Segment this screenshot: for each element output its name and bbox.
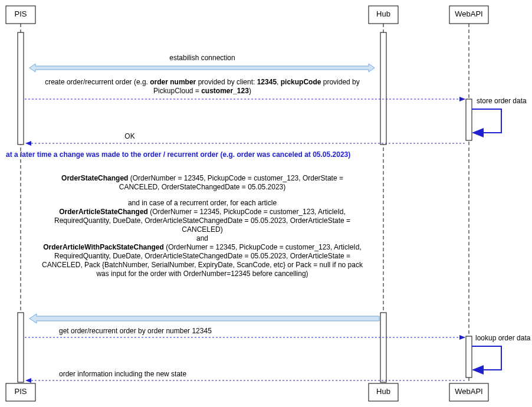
activation-pis-1 (18, 32, 24, 145)
participant-hub-top: Hub (369, 6, 398, 24)
participant-label: Hub (376, 387, 390, 396)
activation-pis-2 (18, 313, 24, 382)
participant-label: PIS (15, 9, 27, 18)
participant-pis-bottom: PIS (6, 383, 35, 401)
participant-label: Hub (376, 9, 390, 18)
activation-hub-1 (380, 32, 386, 145)
msg-label: order information including the new stat… (59, 370, 186, 378)
osc-line1: OrderStateChanged (OrderNumber = 12345, … (61, 174, 343, 182)
and-recurrent: and in case of a recurrent order, for ea… (128, 199, 277, 207)
msg-ok: OK (26, 132, 465, 143)
msg-lookup-order-data: lookup order data (472, 334, 531, 370)
msg-label-line2: PickupCloud = customer_123) (153, 87, 251, 95)
oawpsc-line4: was input for the order with OrderNumber… (96, 270, 308, 278)
oasc-line2: RequiredQuantity, DueDate, OrderArticleS… (54, 216, 350, 225)
activation-webapi-1 (466, 99, 472, 140)
participant-hub-bottom: Hub (369, 383, 398, 401)
msg-state-changed-block: OrderStateChanged (OrderNumber = 12345, … (29, 174, 379, 323)
activation-webapi-2 (466, 336, 472, 378)
sequence-diagram: PIS Hub WebAPI estabilish connection cre… (0, 0, 532, 407)
msg-label: get order/recurrent order by order numbe… (59, 327, 212, 335)
activation-hub-2 (380, 313, 386, 382)
msg-establish-connection: estabilish connection (29, 54, 375, 72)
oasc-line1: OrderArticleStateChanged (OrderNumer = 1… (59, 208, 346, 216)
note-change: at a later time a change was made to the… (6, 150, 350, 159)
participant-label: WebAPI (455, 387, 482, 396)
msg-label: store order data (477, 97, 527, 105)
participant-label: PIS (15, 387, 27, 396)
oasc-line3: CANCELED) (182, 225, 222, 234)
msg-label: OK (124, 132, 134, 140)
oawpsc-line1: OrderArticleWithPackStateChanged (OrderN… (43, 243, 361, 251)
participant-webapi-bottom: WebAPI (449, 383, 488, 401)
msg-get-order: get order/recurrent order by order numbe… (25, 327, 465, 337)
msg-store-order-data: store order data (472, 97, 527, 133)
msg-label: lookup order data (475, 334, 531, 342)
and: and (196, 234, 208, 242)
msg-order-info: order information including the new stat… (26, 370, 465, 380)
oawpsc-line2: RequiredQuantity, DueDate, OrderArticleS… (54, 252, 350, 260)
oawpsc-line3: CANCELED, Pack {BatchNumber, SerialNumbe… (42, 261, 363, 269)
participant-webapi-top: WebAPI (449, 6, 488, 24)
participant-pis-top: PIS (6, 6, 35, 24)
osc-line2: CANCELED, OrderStateChangedDate = 05.05.… (119, 183, 286, 191)
msg-create-order: create order/recurrent order (e.g. order… (25, 78, 465, 99)
participant-label: WebAPI (455, 9, 482, 18)
msg-label-line1: create order/recurrent order (e.g. order… (45, 78, 360, 86)
msg-label: estabilish connection (169, 54, 235, 62)
